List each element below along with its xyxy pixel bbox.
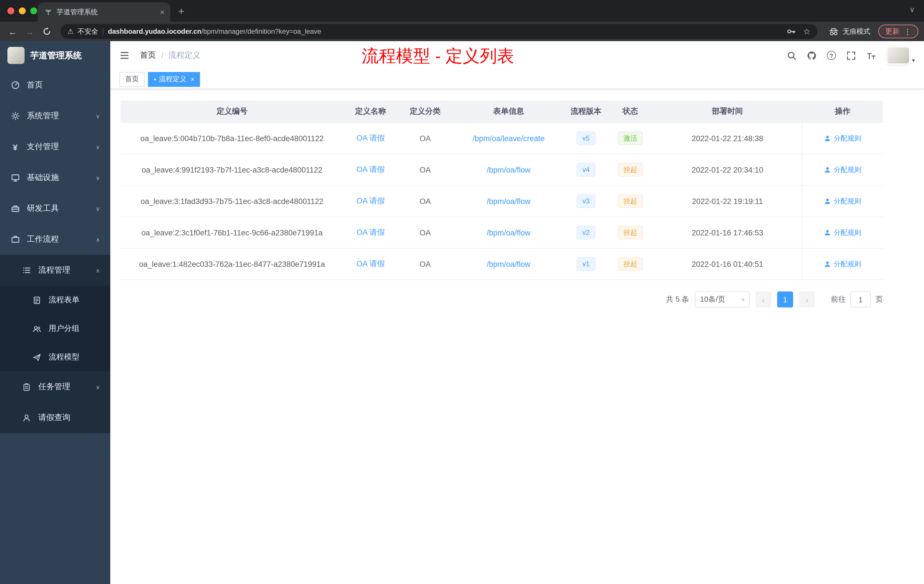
menu-dots-icon: ⋮ [904, 27, 911, 36]
caret-down-icon: ▾ [912, 57, 915, 63]
back-button[interactable]: ← [6, 26, 20, 36]
assign-rule-button[interactable]: 分配规则 [824, 196, 861, 206]
sidebar-item-workflow[interactable]: 工作流程 ∧ [0, 224, 110, 255]
version-badge: v3 [577, 194, 595, 208]
tab-title: 芋道管理系统 [56, 7, 155, 17]
table-header-row: 定义编号 定义名称 定义分类 表单信息 流程版本 状态 部署时间 操作 [120, 101, 883, 123]
cell-deploy-time: 2022-01-22 20:34:10 [653, 154, 802, 185]
person-icon [824, 261, 831, 267]
sidebar-item-system[interactable]: 系统管理 ∨ [0, 101, 110, 132]
not-secure-warning-icon: ⚠ [68, 27, 74, 35]
chevron-up-icon: ∧ [96, 236, 100, 243]
sidebar-item-process-model[interactable]: 流程模型 [0, 343, 110, 371]
fullscreen-icon[interactable] [846, 51, 856, 60]
sidebar-item-process-form[interactable]: 流程表单 [0, 286, 110, 314]
breadcrumb-home[interactable]: 首页 [140, 50, 156, 61]
person-icon [824, 166, 831, 173]
chevron-down-icon: ∨ [96, 144, 100, 150]
person-icon [824, 229, 831, 236]
sidebar-item-label: 用户分组 [49, 323, 79, 334]
incognito-icon [828, 27, 839, 36]
page-number-1[interactable]: 1 [777, 292, 793, 307]
sidebar-item-label: 流程模型 [49, 352, 79, 362]
sidebar-item-infrastructure[interactable]: 基础设施 ∨ [0, 162, 110, 193]
sidebar-item-label: 研发工具 [27, 203, 59, 214]
status-badge: 挂起 [618, 257, 643, 271]
person-icon [824, 198, 831, 205]
font-size-icon[interactable] [866, 51, 876, 60]
user-menu[interactable]: ▾ [888, 48, 915, 63]
pagination: 共 5 条 10条/页 ▾ ‹ 1 › 前往 页 [120, 292, 883, 307]
assign-rule-button[interactable]: 分配规则 [824, 134, 861, 143]
sidebar-logo[interactable]: 芋道管理系统 [0, 41, 110, 70]
goto-page-input[interactable] [850, 292, 871, 307]
tag-home[interactable]: 首页 [119, 72, 145, 87]
person-icon [824, 135, 831, 142]
chevron-down-icon: ∨ [96, 384, 100, 390]
table-row: oa_leave:1:482ec033-762a-11ec-8477-a2380… [120, 249, 883, 280]
bookmark-star-icon[interactable]: ☆ [803, 27, 810, 36]
cell-category: OA [398, 123, 452, 154]
form-link[interactable]: /bpm/oa/flow [487, 165, 530, 174]
minimize-window-button[interactable] [19, 7, 26, 14]
definition-name-link[interactable]: OA 请假 [356, 228, 384, 238]
sidebar-item-devtools[interactable]: 研发工具 ∨ [0, 193, 110, 224]
help-icon[interactable] [827, 51, 836, 60]
sidebar-item-home[interactable]: 首页 [0, 70, 110, 101]
definition-name-link[interactable]: OA 请假 [356, 259, 384, 269]
form-link[interactable]: /bpm/oa/flow [487, 260, 530, 268]
navbar-actions: ▾ [787, 48, 915, 63]
definition-name-link[interactable]: OA 请假 [356, 196, 384, 206]
form-link[interactable]: /bpm/oa/flow [487, 197, 530, 205]
cell-deploy-time: 2022-01-22 19:19:11 [653, 186, 802, 216]
sidebar-item-user-group[interactable]: 用户分组 [0, 314, 110, 343]
definition-name-link[interactable]: OA 请假 [356, 133, 384, 144]
caret-down-icon: ▾ [742, 296, 744, 303]
column-header: 定义分类 [398, 101, 452, 122]
person-icon [22, 413, 31, 422]
document-icon [32, 296, 42, 304]
assign-rule-button[interactable]: 分配规则 [824, 228, 861, 238]
sidebar-item-leave-query[interactable]: 请假查询 [0, 402, 110, 433]
tag-close-icon[interactable]: × [190, 75, 194, 83]
tab-close-icon[interactable]: × [160, 7, 165, 16]
maximize-window-button[interactable] [30, 7, 37, 14]
reload-button[interactable] [42, 27, 51, 36]
sidebar-item-payment[interactable]: ¥ 支付管理 ∨ [0, 132, 110, 162]
page-url[interactable]: dashboard.yudao.iocoder.cn/bpm/manager/d… [108, 27, 321, 35]
assign-rule-button[interactable]: 分配规则 [824, 165, 861, 175]
omnibox-actions: ☆ [787, 27, 810, 36]
version-badge: v5 [577, 132, 595, 145]
logo-title: 芋道管理系统 [30, 50, 82, 61]
hamburger-icon[interactable] [119, 50, 130, 61]
forward-button[interactable]: → [23, 26, 36, 36]
security-label[interactable]: 不安全 [78, 26, 98, 36]
close-window-button[interactable] [7, 7, 14, 14]
github-icon[interactable] [807, 51, 817, 60]
clipboard-icon [22, 383, 31, 391]
yen-icon: ¥ [10, 142, 20, 152]
sidebar-item-label: 首页 [27, 80, 43, 90]
browser-update-menu-button[interactable]: 更新 ⋮ [878, 25, 918, 38]
tag-process-definition[interactable]: ● 流程定义 × [148, 72, 200, 87]
next-page-button[interactable]: › [799, 292, 815, 307]
cell-definition-id: oa_leave:1:482ec033-762a-11ec-8477-a2380… [120, 249, 343, 279]
sidebar-item-task-management[interactable]: 任务管理 ∨ [0, 371, 110, 402]
tag-label: 流程定义 [159, 74, 186, 84]
form-link[interactable]: /bpm/oa/flow [487, 228, 530, 237]
saved-password-key-icon[interactable] [787, 27, 796, 36]
sidebar-item-process-management[interactable]: 流程管理 ∧ [0, 255, 110, 286]
new-tab-button[interactable]: + [178, 6, 184, 18]
breadcrumb-separator: / [161, 51, 163, 60]
page-size-select[interactable]: 10条/页 ▾ [695, 292, 750, 307]
breadcrumb: 首页 / 流程定义 [140, 50, 201, 61]
tab-search-chevron-icon[interactable]: ∨ [909, 5, 915, 14]
workflow-submenu: 流程管理 ∧ 流程表单 用户分组 [0, 255, 110, 433]
form-link[interactable]: /bpm/oa/leave/create [473, 134, 544, 143]
address-bar[interactable]: ⚠ 不安全 | dashboard.yudao.iocoder.cn/bpm/m… [61, 24, 817, 39]
assign-rule-button[interactable]: 分配规则 [824, 259, 861, 269]
search-icon[interactable] [787, 51, 797, 60]
browser-tab[interactable]: 芋道管理系统 × [38, 2, 170, 22]
definition-name-link[interactable]: OA 请假 [356, 165, 384, 175]
prev-page-button[interactable]: ‹ [756, 292, 771, 307]
